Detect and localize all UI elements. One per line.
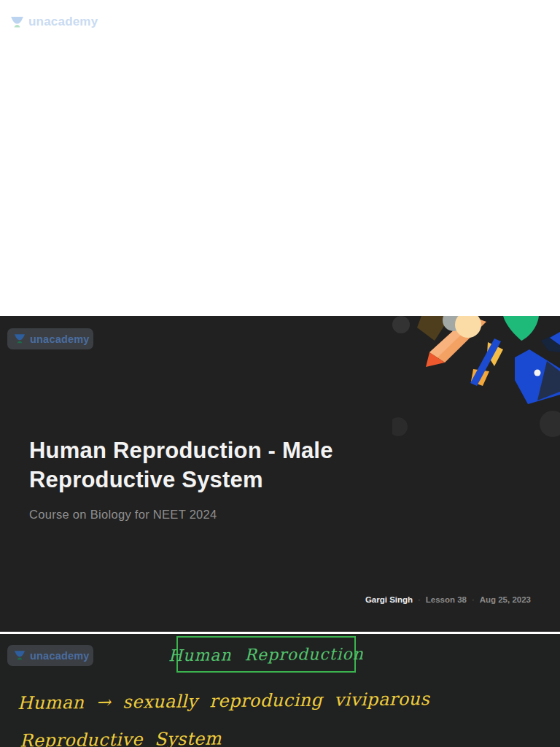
boxed-heading-text: Human Reproduction (168, 644, 364, 664)
lesson-title-line2: Reproductive System (29, 465, 438, 495)
handwritten-note-line2: Reproductive System (20, 729, 222, 747)
unacademy-wordmark: unacademy (30, 650, 90, 662)
educator-name: Gargi Singh (365, 595, 413, 604)
lesson-title: Human Reproduction - Male Reproductive S… (29, 436, 438, 495)
course-subtitle: Course on Biology for NEET 2024 (29, 508, 217, 522)
unacademy-logo: unacademy (10, 15, 98, 29)
meta-separator-dot: · (472, 595, 475, 604)
lesson-date: Aug 25, 2023 (480, 595, 531, 604)
handwritten-note-line1: Human → sexually reproducing viviparous (18, 689, 430, 713)
decorative-stationery-art (392, 316, 560, 440)
lesson-number: Lesson 38 (426, 595, 467, 604)
lesson-title-line1: Human Reproduction - Male (29, 436, 438, 465)
unacademy-logo: unacademy (7, 645, 93, 666)
unacademy-logo-icon (10, 16, 24, 28)
slide-3-notes: unacademy Human Reproduction Human → sex… (0, 634, 560, 747)
document-page: { "brand": { "wordmark": "unacademy" }, … (0, 0, 560, 747)
pen-nib-icon (515, 332, 560, 404)
slide-2-title: unacademy Human Reproduc (0, 316, 560, 632)
meta-separator-dot: · (418, 595, 421, 604)
boxed-heading: Human Reproduction (176, 636, 356, 673)
slide-1-blank: unacademy (0, 0, 560, 316)
lesson-meta: Gargi Singh · Lesson 38 · Aug 25, 2023 (365, 595, 531, 604)
bowtie-icon (470, 338, 503, 386)
unacademy-logo-icon (14, 333, 26, 344)
unacademy-wordmark: unacademy (30, 333, 90, 345)
leaf-icon (503, 316, 539, 341)
unacademy-logo: unacademy (7, 328, 93, 349)
unacademy-logo-icon (14, 650, 26, 661)
unacademy-wordmark: unacademy (28, 15, 98, 29)
